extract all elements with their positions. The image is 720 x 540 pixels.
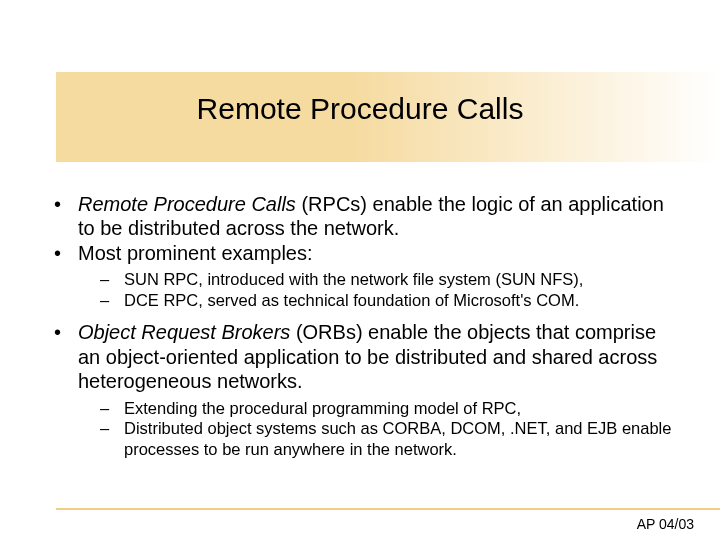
bullet-orb: Object Request Brokers (ORBs) enable the… — [48, 320, 682, 459]
bullet-examples-text: Most prominent examples: — [78, 242, 313, 264]
bullet-examples: Most prominent examples: SUN RPC, introd… — [48, 241, 682, 311]
bullet-rpc-em: Remote Procedure Calls — [78, 193, 296, 215]
subbullet-extend: Extending the procedural programming mod… — [78, 398, 682, 419]
slide-title: Remote Procedure Calls — [0, 92, 720, 126]
bullet-rpc: Remote Procedure Calls (RPCs) enable the… — [48, 192, 682, 241]
bullet-orb-em: Object Request Brokers — [78, 321, 290, 343]
footer-divider — [56, 508, 720, 510]
subbullet-dcerpc: DCE RPC, served as technical foundation … — [78, 290, 682, 311]
subbullet-sunrpc: SUN RPC, introduced with the network fil… — [78, 269, 682, 290]
subbullet-distributed: Distributed object systems such as CORBA… — [78, 418, 682, 459]
footer-text: AP 04/03 — [637, 516, 694, 532]
slide-body: Remote Procedure Calls (RPCs) enable the… — [48, 192, 682, 469]
